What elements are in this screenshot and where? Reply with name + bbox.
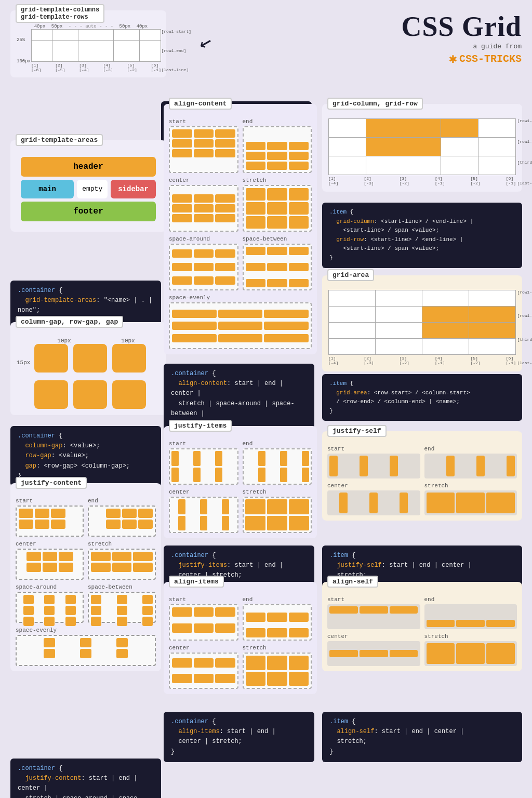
col-num-3: [3][-4] <box>79 63 89 72</box>
jc-space-around-item: space-around <box>16 584 84 623</box>
jc-space-evenly-item: space-evenly <box>16 627 156 666</box>
ac-space-evenly: space-evenly <box>169 295 312 349</box>
col-meas-2: 50px <box>51 24 63 29</box>
gap-cell-3 <box>112 344 146 373</box>
last-line: [last-line] <box>161 68 191 72</box>
row-size-2: 100px <box>17 59 31 64</box>
ac-stretch: stretch <box>243 177 312 232</box>
gap-cell-6 <box>112 380 146 409</box>
gta-section: grid-template-areas header main empty si… <box>10 140 166 232</box>
ji-section: justify-items start end <box>164 426 317 538</box>
jc-stretch-item: stretch <box>88 541 156 580</box>
col-meas-3: 50px <box>119 24 131 29</box>
gcr-col-6: [6][-1] <box>506 176 516 185</box>
jc-center-label: center <box>16 541 84 547</box>
ji-stretch: stretch <box>243 489 312 533</box>
gcr-row1-end: [row1-end] <box>517 139 532 144</box>
area-footer: footer <box>21 202 156 221</box>
col-meas-4: 40px <box>137 24 148 29</box>
jc-center-item: center <box>16 541 84 580</box>
ai-center: center <box>169 645 238 689</box>
area-empty: empty <box>77 180 108 198</box>
gcr-row1-start: [row1-start] <box>517 118 532 123</box>
col-num-4: [4][-3] <box>103 63 113 72</box>
js-section: justify-self start end center <box>322 431 522 521</box>
col-meas-auto: - - - auto - - - <box>69 24 113 29</box>
ac-space-between: space-between <box>243 236 312 290</box>
js-start: start <box>327 446 420 478</box>
css-text: CSS Grid <box>401 11 522 42</box>
ac-label: align-content <box>169 98 232 110</box>
gcr-col-2: [2][-3] <box>364 176 374 185</box>
ga-third-line: [third-line] <box>517 337 532 342</box>
col-num-1: [1][-6] <box>31 63 41 72</box>
jc-section: justify-content start end <box>10 483 161 671</box>
ac-end: end <box>243 118 312 173</box>
cg-label: column-gap, row-gap, gap <box>16 316 123 328</box>
js-label: justify-self <box>327 425 387 437</box>
gcr-section: grid-column, grid-row [row1-start] [row1… <box>322 104 522 192</box>
ji-center: center <box>169 489 238 533</box>
ga-section: grid-area [row1-start] [row1-end] [third… <box>322 275 522 371</box>
ga-code-block: .item { grid-area: <row-start> / <column… <box>322 374 522 421</box>
row1-end: [row1-end] <box>161 48 191 53</box>
col-meas-1: 40px <box>34 24 46 29</box>
jc-sb-label: space-between <box>88 584 156 590</box>
area-main: main <box>21 180 74 198</box>
jc-code-block: .container { justify-content: start | en… <box>10 759 161 798</box>
gcr-col-4: [4][-1] <box>435 176 445 185</box>
decorative-arrow: ↙ <box>197 28 216 56</box>
col-num-6: [6][-1] <box>151 63 161 72</box>
as-end: end <box>424 596 517 629</box>
area-header: header <box>21 157 156 177</box>
row-size-1: 25% <box>17 37 31 43</box>
gcr-label: grid-column, grid-row <box>327 98 423 110</box>
as-label: align-self <box>327 576 378 588</box>
gcr-third-line: [third-line] <box>517 160 532 165</box>
row1-start: [row1-start] <box>161 29 191 34</box>
gap-cell-2 <box>73 344 107 373</box>
title-area: CSS Grid a guide from ✱ CSS-TRICKS <box>401 10 522 67</box>
col-num-5: [5][-2] <box>127 63 137 72</box>
as-center: center <box>327 633 420 666</box>
as-code-block: .item { align-self: start | end | center… <box>322 712 522 762</box>
js-stretch: stretch <box>424 483 517 515</box>
brand-logo: ✱ CSS-TRICKS <box>401 50 522 67</box>
ai-start: start <box>169 596 238 641</box>
page-title: CSS Grid <box>401 10 522 43</box>
gap-h-label-1: 10px <box>57 338 71 344</box>
ac-start: start <box>169 118 238 173</box>
gcr-code-block: .item { grid-column: <start-line> / <end… <box>322 203 522 268</box>
jc-start-item: start <box>16 498 84 537</box>
area-sidebar: sidebar <box>111 180 156 198</box>
gap-cell-5 <box>73 380 107 409</box>
guide-subtitle: a guide from <box>401 43 522 50</box>
star-icon: ✱ <box>449 50 457 67</box>
jc-end-item: end <box>88 498 156 537</box>
as-section: align-self start end center <box>322 582 522 671</box>
ai-end: end <box>243 596 312 641</box>
ji-start: start <box>169 441 238 485</box>
gap-cell-4 <box>34 380 68 409</box>
jc-space-between-item: space-between <box>88 584 156 623</box>
jc-sa-label: space-around <box>16 584 84 590</box>
gtcr-section: grid-template-columns grid-template-rows… <box>10 10 166 77</box>
ai-stretch: stretch <box>243 645 312 689</box>
ai-section: align-items start end <box>164 582 317 694</box>
js-end: end <box>424 446 517 478</box>
jc-end-label: end <box>88 498 156 504</box>
ga-row1-end: [row1-end] <box>517 313 532 318</box>
col-num-2: [2][-5] <box>55 63 65 72</box>
gtcr-label: grid-template-columns grid-template-rows <box>16 4 104 23</box>
jc-start-label: start <box>16 498 84 504</box>
cg-section: column-gap, row-gap, gap 10px 10px 15px <box>10 322 166 415</box>
as-stretch: stretch <box>424 633 517 666</box>
gcr-col-3: [3][-2] <box>400 176 409 185</box>
jc-stretch-label: stretch <box>88 541 156 547</box>
ac-center: center <box>169 177 238 232</box>
ac-space-around: space-around <box>169 236 238 290</box>
gap-cell-1 <box>34 344 68 373</box>
ga-label: grid-area <box>327 269 374 281</box>
jc-se-label: space-evenly <box>16 627 156 633</box>
gap-h-label-2: 10px <box>121 338 135 344</box>
